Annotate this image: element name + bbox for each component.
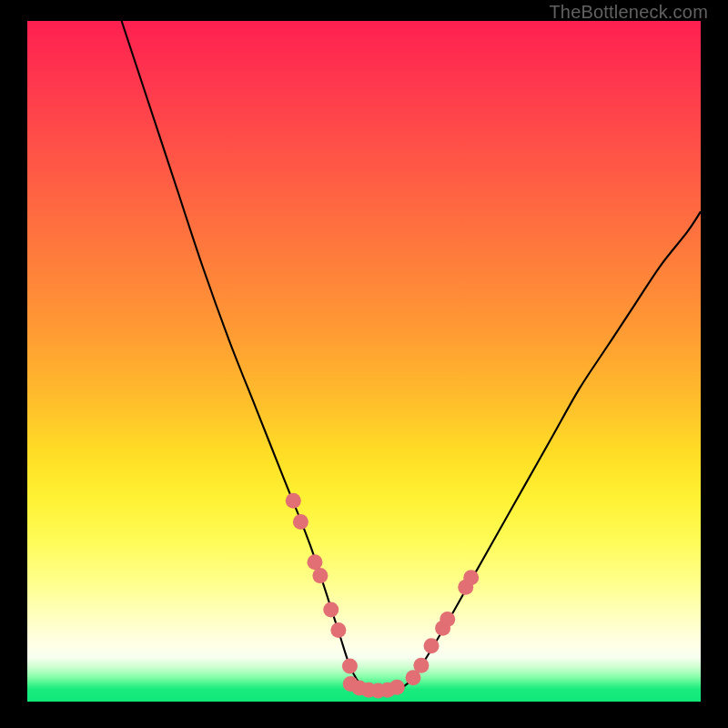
- marker-dot: [413, 658, 429, 673]
- marker-dot: [307, 554, 322, 570]
- marker-dot: [323, 602, 339, 618]
- marker-dot: [293, 514, 308, 530]
- curve-marker-dots: [286, 493, 479, 699]
- marker-dot: [342, 659, 358, 674]
- marker-dot: [389, 680, 405, 695]
- marker-dot: [286, 493, 301, 509]
- bottleneck-curve: [122, 21, 701, 692]
- gradient-plot-area: [27, 21, 701, 702]
- chart-frame: TheBottleneck.com: [0, 0, 728, 728]
- bottleneck-curve-path: [122, 21, 701, 692]
- watermark-text: TheBottleneck.com: [549, 2, 708, 23]
- marker-dot: [312, 568, 328, 583]
- marker-dot: [463, 570, 479, 585]
- marker-dot: [440, 612, 455, 627]
- marker-dot: [424, 638, 440, 653]
- curve-svg: [27, 21, 701, 702]
- marker-dot: [330, 622, 346, 638]
